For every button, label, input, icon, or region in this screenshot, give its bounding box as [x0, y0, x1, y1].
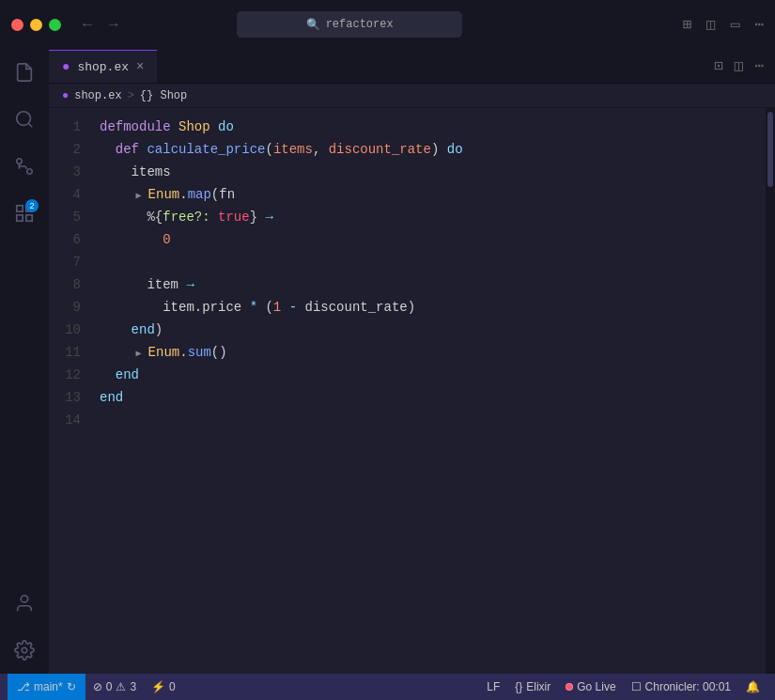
breadcrumb-file-icon: ● [62, 89, 69, 102]
tab-actions: ⊡ ◫ ⋯ [714, 49, 775, 83]
svg-line-1 [28, 123, 32, 127]
line-ending-label: LF [487, 680, 500, 693]
breadcrumb-sep1: > [128, 89, 134, 102]
warning-count: 3 [130, 680, 136, 693]
info-count: 0 [169, 680, 176, 693]
svg-point-9 [21, 596, 27, 602]
svg-point-2 [27, 169, 33, 175]
svg-rect-8 [26, 215, 32, 221]
language-label: Elixir [526, 680, 550, 693]
search-placeholder: refactorex [326, 18, 394, 31]
status-info[interactable]: ⚡ 0 [144, 674, 183, 700]
layout-grid-icon[interactable]: ⊞ [682, 15, 691, 34]
svg-point-10 [22, 647, 27, 653]
status-language[interactable]: {} Elixir [507, 674, 558, 700]
status-bell[interactable]: 🔔 [738, 674, 767, 700]
elixir-icon: ● [62, 59, 70, 74]
tab-shop-ex[interactable]: ● shop.ex × [49, 50, 157, 83]
layout-icon[interactable]: ◫ [735, 56, 744, 75]
svg-rect-5 [17, 206, 23, 211]
go-live-button[interactable]: Go Live [558, 674, 623, 700]
scrollbar-thumb[interactable] [767, 112, 773, 187]
search-bar[interactable]: 🔍 refactorex [237, 11, 462, 38]
activity-explorer[interactable] [8, 56, 40, 88]
git-branch-icon: ⎇ [17, 680, 30, 693]
status-right: LF {} Elixir Go Live ☐ Chronicler: 00:01… [479, 674, 767, 700]
close-button[interactable] [11, 19, 23, 31]
line-numbers: 1234567891011121314 [49, 108, 96, 674]
status-chronicler[interactable]: ☐ Chronicler: 00:01 [624, 674, 738, 700]
tab-bar: ● shop.ex × ⊡ ◫ ⋯ [49, 49, 775, 84]
scrollbar[interactable] [766, 108, 775, 674]
warning-icon: ⚠ [116, 680, 126, 693]
tab-more-icon[interactable]: ⋯ [754, 56, 764, 75]
main-layout: 2 ● shop.ex × [0, 49, 775, 674]
minimize-button[interactable] [30, 19, 42, 31]
chronicler-label: Chronicler: 00:01 [645, 680, 731, 693]
info-icon: ⚡ [151, 680, 165, 693]
activity-refactor[interactable]: 2 [8, 197, 40, 229]
traffic-lights [11, 19, 61, 31]
breadcrumb-module[interactable]: {} Shop [140, 89, 187, 102]
status-errors[interactable]: ⊘ 0 ⚠ 3 [85, 674, 144, 700]
sync-icon: ↻ [67, 680, 76, 693]
status-line-ending[interactable]: LF [479, 674, 507, 700]
back-button[interactable]: ← [80, 17, 95, 32]
activity-search[interactable] [8, 103, 40, 135]
editor-area: ● shop.ex × ⊡ ◫ ⋯ ● shop.ex > {} Shop 12… [49, 49, 775, 674]
titlebar: ← → 🔍 refactorex ⊞ ◫ ▭ ⋯ [0, 0, 775, 49]
svg-rect-7 [17, 215, 23, 221]
activity-bar: 2 [0, 49, 49, 674]
error-icon: ⊘ [93, 680, 102, 693]
bell-icon: 🔔 [746, 680, 760, 693]
git-branch-label: main* [34, 680, 63, 693]
search-icon: 🔍 [306, 18, 320, 32]
activity-source-control[interactable] [8, 150, 40, 182]
activity-settings[interactable] [8, 634, 40, 666]
split-right-icon[interactable]: ⊡ [714, 56, 723, 75]
code-editor[interactable]: 1234567891011121314 defmodule Shop do de… [49, 108, 775, 674]
svg-point-3 [17, 159, 23, 164]
status-bar: ⎇ main* ↻ ⊘ 0 ⚠ 3 ⚡ 0 LF {} Elixir Go Li… [0, 674, 775, 700]
titlebar-actions: ⊞ ◫ ▭ ⋯ [682, 15, 764, 34]
split-editor-icon[interactable]: ◫ [706, 15, 716, 34]
code-content[interactable]: defmodule Shop do def calculate_price(it… [96, 108, 766, 674]
breadcrumb-filename[interactable]: shop.ex [74, 89, 121, 102]
go-live-dot [566, 683, 573, 691]
error-count: 0 [106, 680, 113, 693]
panel-icon[interactable]: ▭ [731, 15, 740, 34]
tab-filename: shop.ex [77, 60, 129, 74]
go-live-label: Go Live [577, 680, 615, 693]
status-git[interactable]: ⎇ main* ↻ [8, 674, 85, 700]
maximize-button[interactable] [49, 19, 61, 31]
forward-button[interactable]: → [106, 17, 121, 32]
activity-bottom [8, 587, 40, 666]
language-icon: {} [515, 680, 522, 693]
chronicler-icon: ☐ [631, 680, 642, 693]
svg-point-0 [17, 112, 31, 126]
tab-close-button[interactable]: × [136, 59, 144, 74]
activity-account[interactable] [8, 587, 40, 619]
status-left: ⎇ main* ↻ ⊘ 0 ⚠ 3 ⚡ 0 [8, 674, 183, 700]
badge: 2 [25, 199, 39, 212]
breadcrumb: ● shop.ex > {} Shop [49, 84, 775, 108]
more-icon[interactable]: ⋯ [754, 15, 764, 34]
